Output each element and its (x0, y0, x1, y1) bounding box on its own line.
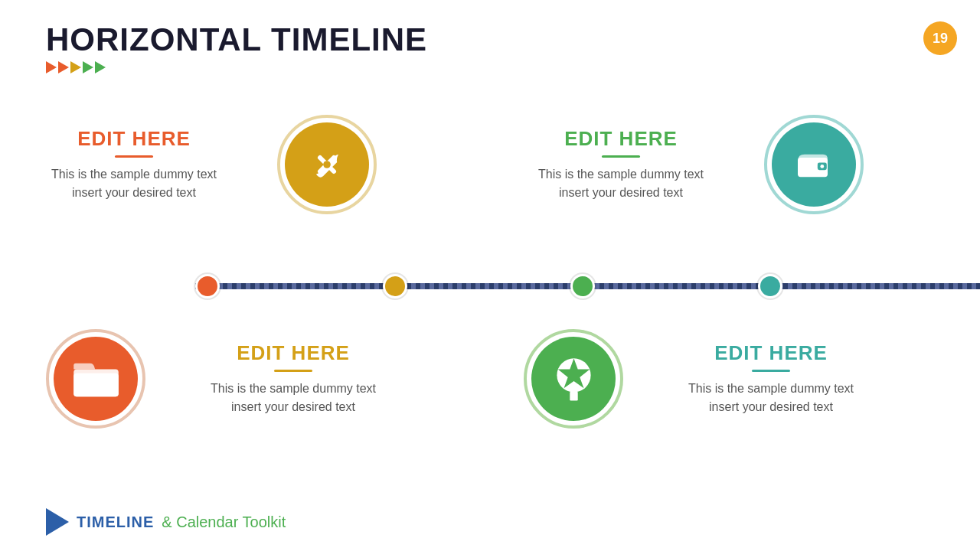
icon-wallet-inner (772, 122, 856, 207)
timeline-dot-4 (758, 274, 782, 298)
footer-brand-light: & Calendar Toolkit (162, 514, 286, 531)
svg-rect-8 (570, 391, 577, 400)
card-bottom-left: EDIT HERE This is the sample dummy text … (205, 341, 381, 416)
svg-point-2 (323, 161, 331, 168)
page-number-badge: 19 (923, 21, 957, 55)
icon-tools-inner (285, 122, 369, 207)
tree-icon (553, 354, 595, 404)
card-bottom-right-underline (752, 370, 790, 372)
page-title: HORIZONTAL TIMELINE (46, 21, 427, 58)
card-bottom-left-underline (274, 370, 312, 372)
icon-wallet-circle (764, 115, 864, 214)
svg-point-5 (820, 165, 824, 168)
arrow-1 (46, 61, 57, 73)
timeline-dot-3 (570, 274, 595, 298)
header: HORIZONTAL TIMELINE (46, 21, 427, 73)
wallet-icon (791, 142, 837, 187)
icon-folder-circle (46, 329, 145, 429)
card-top-left-title: EDIT HERE (46, 127, 222, 151)
arrow-2 (58, 61, 69, 73)
card-bottom-left-title: EDIT HERE (205, 341, 381, 365)
arrow-5 (95, 61, 106, 73)
timeline-dots (195, 274, 980, 298)
page-number: 19 (933, 31, 948, 47)
card-bottom-right: EDIT HERE This is the sample dummy text … (683, 341, 859, 416)
card-top-right-title: EDIT HERE (533, 127, 709, 151)
footer-brand-bold: TIMELINE (77, 514, 154, 531)
card-top-right-underline (602, 155, 640, 158)
card-top-left: EDIT HERE This is the sample dummy text … (46, 127, 222, 202)
bottom-section: EDIT HERE This is the sample dummy text … (46, 329, 934, 429)
icon-tools-circle (277, 115, 377, 214)
card-top-left-body: This is the sample dummy text insert you… (46, 165, 222, 202)
timeline-dot-1 (195, 274, 220, 298)
svg-rect-7 (74, 373, 119, 396)
card-top-left-underline (115, 155, 153, 158)
arrow-4 (83, 61, 93, 73)
card-bottom-right-title: EDIT HERE (683, 341, 859, 365)
timeline-dot-2 (383, 274, 407, 298)
card-bottom-left-body: This is the sample dummy text insert you… (205, 380, 381, 416)
footer: TIMELINE & Calendar Toolkit (46, 508, 286, 536)
icon-tree-circle (524, 329, 623, 429)
icon-tree-inner (531, 337, 616, 421)
header-arrows (46, 61, 427, 73)
tools-icon (304, 142, 350, 187)
card-top-right-body: This is the sample dummy text insert you… (533, 165, 709, 202)
top-section: EDIT HERE This is the sample dummy text … (46, 115, 934, 214)
card-bottom-right-body: This is the sample dummy text insert you… (683, 380, 859, 416)
icon-folder-inner (54, 337, 138, 421)
arrow-3 (70, 61, 81, 73)
card-top-right: EDIT HERE This is the sample dummy text … (533, 127, 709, 202)
footer-arrow-icon (46, 508, 69, 536)
folder-icon (71, 358, 121, 400)
